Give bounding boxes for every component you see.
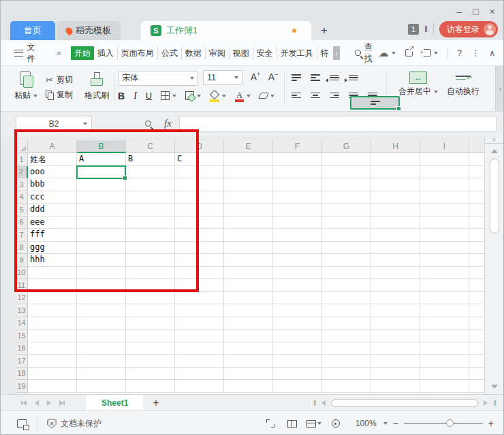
cell-H2[interactable] <box>371 166 420 179</box>
zoom-out-button[interactable]: − <box>393 418 398 429</box>
cell-partial-8[interactable] <box>469 242 486 255</box>
underline-button[interactable]: U <box>146 91 152 101</box>
select-all-corner[interactable] <box>16 140 28 153</box>
cell-E6[interactable] <box>224 216 273 229</box>
cell-A7[interactable]: fff <box>28 229 77 242</box>
wrap-text-button[interactable]: 自动换行 <box>443 71 483 97</box>
cell-E17[interactable] <box>224 355 273 368</box>
column-header-I[interactable]: I <box>420 140 469 153</box>
cell-C2[interactable] <box>126 166 175 179</box>
cell-G8[interactable] <box>322 242 371 255</box>
cell-D3[interactable] <box>175 178 224 191</box>
cell-D14[interactable] <box>175 317 224 330</box>
sheet-tab-sheet1[interactable]: Sheet1 <box>86 395 143 411</box>
cell-F10[interactable] <box>273 267 322 280</box>
cell-A1[interactable]: 姓名 <box>28 153 77 166</box>
column-header-G[interactable]: G <box>322 140 371 153</box>
cell-B3[interactable] <box>77 178 126 191</box>
vertical-scroll-thumb[interactable] <box>490 159 499 233</box>
tab-count-badge[interactable]: 1 <box>408 24 419 35</box>
new-tab-button[interactable]: + <box>311 21 337 40</box>
cell-A19[interactable] <box>28 380 77 393</box>
cell-B10[interactable] <box>77 267 126 280</box>
cell-D9[interactable] <box>175 254 224 267</box>
cell-D16[interactable] <box>175 342 224 355</box>
cell-A3[interactable]: bbb <box>28 178 77 191</box>
prev-sheet-icon[interactable] <box>35 400 39 406</box>
column-header-D[interactable]: D <box>175 140 224 153</box>
hamburger-icon[interactable] <box>14 50 23 57</box>
cell-B9[interactable] <box>77 254 126 267</box>
menu-item-1[interactable]: 开始 <box>71 46 94 60</box>
cell-C8[interactable] <box>126 242 175 255</box>
cell-H18[interactable] <box>371 368 420 381</box>
cell-F12[interactable] <box>273 292 322 305</box>
merge-center-button[interactable]: ↔ 合并居中 <box>397 71 439 97</box>
cell-E15[interactable] <box>224 329 273 342</box>
cell-F1[interactable] <box>273 153 322 166</box>
cell-A8[interactable]: ggg <box>28 242 77 255</box>
cell-style-button[interactable] <box>185 91 201 100</box>
cell-B14[interactable] <box>77 317 126 330</box>
cell-G11[interactable] <box>322 279 371 292</box>
cell-I4[interactable] <box>420 191 469 204</box>
row-header-18[interactable]: 18 <box>16 368 28 381</box>
cell-H7[interactable] <box>371 229 420 242</box>
cell-H5[interactable] <box>371 204 420 216</box>
cell-D5[interactable] <box>175 204 224 216</box>
cell-partial-4[interactable] <box>469 191 486 204</box>
horizontal-scroll-thumb[interactable] <box>331 399 478 407</box>
cell-H16[interactable] <box>371 342 420 355</box>
row-header-17[interactable]: 17 <box>16 355 28 368</box>
cell-I17[interactable] <box>420 355 469 368</box>
row-header-4[interactable]: 4 <box>16 191 28 204</box>
cell-B8[interactable] <box>77 242 126 255</box>
cell-D19[interactable] <box>175 380 224 393</box>
cell-F13[interactable] <box>273 304 322 317</box>
column-header-B[interactable]: B <box>77 140 126 153</box>
cell-D13[interactable] <box>175 304 224 317</box>
zoom-slider[interactable] <box>404 423 483 424</box>
share-icon[interactable] <box>405 49 413 57</box>
cell-partial-1[interactable] <box>469 153 486 166</box>
cell-G16[interactable] <box>322 342 371 355</box>
cell-I9[interactable] <box>420 254 469 267</box>
column-header-E[interactable]: E <box>224 140 273 153</box>
cell-partial-12[interactable] <box>469 292 486 305</box>
cell-I6[interactable] <box>420 216 469 229</box>
cell-partial-6[interactable] <box>469 216 486 229</box>
row-header-2[interactable]: 2 <box>16 166 28 179</box>
cell-G9[interactable] <box>322 254 371 267</box>
switch-window-icon[interactable] <box>17 419 27 428</box>
cell-H1[interactable] <box>371 153 420 166</box>
cell-H8[interactable] <box>371 242 420 255</box>
cell-H14[interactable] <box>371 317 420 330</box>
row-header-12[interactable]: 12 <box>16 292 28 305</box>
cell-partial-10[interactable] <box>469 267 486 280</box>
cell-F16[interactable] <box>273 342 322 355</box>
cell-G10[interactable] <box>322 267 371 280</box>
cell-partial-13[interactable] <box>469 304 486 317</box>
cell-G3[interactable] <box>322 178 371 191</box>
cell-C4[interactable] <box>126 191 175 204</box>
decrease-indent-button[interactable] <box>328 71 341 84</box>
column-header-C[interactable]: C <box>126 140 175 153</box>
ribbon-overflow-arrow[interactable]: › <box>333 46 341 60</box>
shrink-font-button[interactable]: A− <box>268 71 279 82</box>
cell-D10[interactable] <box>175 267 224 280</box>
fill-color-button[interactable] <box>210 91 226 101</box>
cell-F2[interactable] <box>273 166 322 179</box>
row-header-3[interactable]: 3 <box>16 178 28 191</box>
minimize-button[interactable]: – <box>457 6 462 17</box>
cut-button[interactable]: ✂剪切 <box>46 72 73 87</box>
cell-C9[interactable] <box>126 254 175 267</box>
cell-B1[interactable]: A <box>77 153 126 166</box>
cell-E2[interactable] <box>224 166 273 179</box>
row-header-11[interactable]: 11 <box>16 279 28 292</box>
cell-B4[interactable] <box>77 191 126 204</box>
page-break-view-button[interactable] <box>285 417 300 430</box>
row-header-15[interactable]: 15 <box>16 329 28 342</box>
cell-I8[interactable] <box>420 242 469 255</box>
cell-H11[interactable] <box>371 279 420 292</box>
cell-B11[interactable] <box>77 279 126 292</box>
